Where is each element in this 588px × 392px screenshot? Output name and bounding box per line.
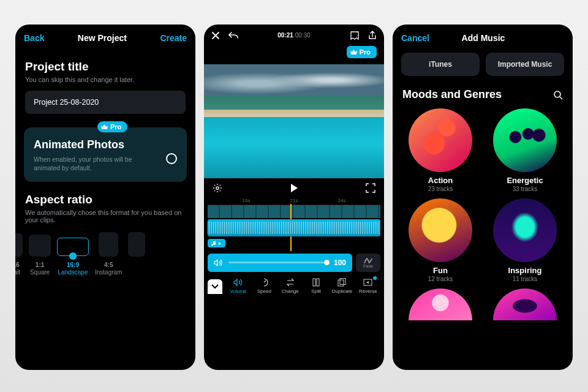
timeline-thumbs[interactable] xyxy=(208,205,380,218)
back-button[interactable]: Back xyxy=(24,33,44,43)
tool-change[interactable]: Change xyxy=(278,278,303,294)
tool-duplicate[interactable]: Duplicate xyxy=(330,278,354,294)
animated-toggle[interactable] xyxy=(166,153,177,164)
phone-new-project: Back New Project Create Project title Yo… xyxy=(15,24,195,370)
screen-title: New Project xyxy=(78,33,127,43)
editor-topbar: 00:21 00:30 xyxy=(204,24,384,43)
time-display: 00:21 00:30 xyxy=(277,32,310,39)
aspect-portrait[interactable]: 16 rait xyxy=(15,233,23,276)
mood-inspiring[interactable]: Inspiring 11 tracks xyxy=(488,198,562,282)
crown-icon xyxy=(101,124,108,130)
mood-fun[interactable]: Fun 12 tracks xyxy=(404,198,477,282)
svg-point-0 xyxy=(216,187,219,189)
create-button[interactable]: Create xyxy=(160,33,187,43)
timeline-audio[interactable] xyxy=(208,219,380,236)
pro-badge: Pro xyxy=(97,121,127,132)
animated-sub: When enabled, your photos will be animat… xyxy=(34,155,150,172)
gear-icon[interactable] xyxy=(213,183,222,193)
screen-title: Add Music xyxy=(462,33,505,43)
preview-controls xyxy=(204,178,384,198)
bookmark-icon[interactable] xyxy=(350,31,360,40)
svg-rect-4 xyxy=(340,278,345,284)
aspect-square[interactable]: 1:1 Square xyxy=(29,235,51,276)
fade-icon xyxy=(363,257,373,263)
aspect-options: 16 rait 1:1 Square ✓ 16:9 Landscape 4:5 … xyxy=(15,232,195,276)
tool-split[interactable]: Split xyxy=(304,278,328,294)
project-title-heading: Project title xyxy=(25,60,186,74)
pro-button[interactable]: Pro xyxy=(347,46,377,58)
tool-reverse[interactable]: Reverse xyxy=(356,278,380,294)
header: Back New Project Create xyxy=(15,24,195,49)
phone-editor: 00:21 00:30 Pro 18s21s24s ▸ 100 xyxy=(204,24,384,370)
check-icon: ✓ xyxy=(69,252,77,260)
aspect-overflow[interactable] xyxy=(128,232,145,276)
music-note-icon xyxy=(211,241,216,246)
aspect-heading: Aspect ratio xyxy=(25,193,186,206)
toolbar: Volume Speed Change Split Duplicate Reve… xyxy=(204,274,384,300)
svg-rect-3 xyxy=(338,280,344,286)
tab-itunes[interactable]: iTunes xyxy=(401,53,480,76)
undo-icon[interactable] xyxy=(228,31,238,40)
mood-energetic[interactable]: Energetic 33 tracks xyxy=(488,108,562,192)
timeline[interactable]: 18s21s24s ▸ xyxy=(204,198,384,249)
mood-action[interactable]: Action 23 tracks xyxy=(404,108,477,192)
animated-heading: Animated Photos xyxy=(34,138,177,151)
close-icon[interactable] xyxy=(211,31,220,40)
aspect-sub: We automatically chose this format for y… xyxy=(25,209,186,224)
aspect-instagram[interactable]: 4:5 Instagram xyxy=(95,232,122,276)
crown-icon xyxy=(350,50,357,55)
svg-point-6 xyxy=(554,91,560,97)
notification-dot xyxy=(373,276,377,280)
project-title-sub: You can skip this and change it later. xyxy=(25,76,186,83)
search-icon[interactable] xyxy=(553,90,563,100)
volume-value: 100 xyxy=(334,258,346,267)
mood-extra-2[interactable] xyxy=(488,288,562,320)
svg-rect-2 xyxy=(317,279,319,286)
tool-volume[interactable]: Volume xyxy=(226,278,251,294)
project-title-input[interactable]: Project 25-08-2020 xyxy=(25,91,186,114)
chevron-down-icon xyxy=(211,284,219,289)
video-preview[interactable] xyxy=(204,64,384,178)
volume-slider[interactable]: 100 xyxy=(208,254,352,272)
speaker-icon xyxy=(214,259,222,266)
cancel-button[interactable]: Cancel xyxy=(401,33,429,43)
fade-button[interactable]: Fade xyxy=(356,254,380,272)
header: Cancel Add Music xyxy=(393,24,573,49)
phone-add-music: Cancel Add Music iTunes Imported Music M… xyxy=(393,24,573,370)
share-icon[interactable] xyxy=(368,31,377,40)
svg-rect-1 xyxy=(313,279,315,286)
play-icon[interactable] xyxy=(290,183,298,193)
audio-chip[interactable]: ▸ xyxy=(208,239,225,247)
tool-dropdown[interactable] xyxy=(208,279,222,294)
fullscreen-icon[interactable] xyxy=(366,183,375,193)
mood-extra-1[interactable] xyxy=(404,288,477,320)
animated-photos-card[interactable]: Pro Animated Photos When enabled, your p… xyxy=(24,127,187,182)
moods-heading: Moods and Genres xyxy=(402,88,502,101)
tab-imported[interactable]: Imported Music xyxy=(486,53,564,76)
aspect-landscape[interactable]: ✓ 16:9 Landscape xyxy=(57,238,89,276)
tool-speed[interactable]: Speed xyxy=(252,278,276,294)
